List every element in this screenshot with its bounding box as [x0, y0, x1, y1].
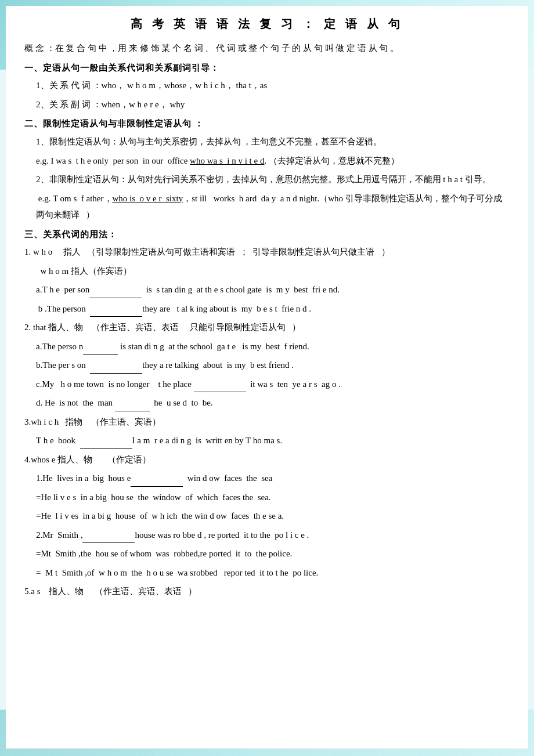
- that-ex-a: a.The perso n is stan di n g at the scho…: [24, 338, 510, 355]
- whose-ex-3: =He l i v es in a bi g house of w h ich …: [24, 508, 510, 525]
- as-heading: 5.a s 指人、物 （作主语、宾语、表语 ）: [24, 583, 510, 600]
- whose-ex-6: = M t Smith ,of w h o m the h o u se wa …: [24, 565, 510, 581]
- that-ex-b: b.The per s on they a re talking about i…: [24, 357, 510, 374]
- that-ex-c: c.My h o me town is no longer t he place…: [24, 376, 510, 393]
- section1-heading: 一、定语从句一般由关系代词和关系副词引导：: [24, 60, 510, 77]
- whose-ex-2: =He li v e s in a big hou se the window …: [24, 489, 510, 506]
- who-heading: 1. w h o 指人 （引导限制性定语从句可做主语和宾语 ； 引导非限制性定语…: [24, 244, 510, 261]
- section2-example2: e.g. T om s f ather，who is o v e r sixty…: [24, 190, 510, 223]
- section1-item2: 2、关 系 副 词 ：when，w h e r e， why: [24, 96, 510, 113]
- which-heading: 3.wh i c h 指物 （作主语、宾语）: [24, 414, 510, 431]
- whose-ex-5: =Mt Smith ,the hou se of whom was robbed…: [24, 545, 510, 562]
- whose-ex-4: 2.Mr Smith ,house was ro bbe d , re port…: [24, 527, 510, 544]
- section2-item1: 1、限制性定语从句：从句与主句关系密切，去掉从句 ，主句意义不完整，甚至不合逻辑…: [24, 133, 510, 150]
- section2-item2: 2、非限制性定语从句：从句对先行词关系不密切，去掉从句，意思仍然完整。形式上用逗…: [24, 171, 510, 188]
- whose-heading: 4.whos e 指人、物 （作定语）: [24, 451, 510, 468]
- which-ex-a: T h e book I a m r e a di n g is writt e…: [24, 432, 510, 449]
- page-title: 高 考 英 语 语 法 复 习 ： 定 语 从 句: [24, 16, 510, 32]
- section2-heading: 二、限制性定语从句与非限制性定语从句 ：: [24, 116, 510, 132]
- whose-ex-1: 1.He lives in a big hous e win d ow face…: [24, 470, 510, 487]
- concept-text: 概 念 ：在 复 合 句 中 ，用 来 修 饰 某 个 名 词 、 代 词 或 …: [24, 40, 510, 57]
- section1-item1: 1、关 系 代 词 ：who， w h o m，whose，w h i c h，…: [24, 77, 510, 94]
- who-ex-a: a.T h e per son is s tan din g at th e s…: [24, 281, 510, 298]
- section2-example1: e.g. I wa s t h e only per son in our of…: [24, 153, 510, 169]
- who-ex-b: b .The person they are t al k ing about …: [24, 301, 510, 317]
- section3-heading: 三、关系代词的用法：: [24, 227, 510, 243]
- main-content: 高 考 英 语 语 法 复 习 ： 定 语 从 句 概 念 ：在 复 合 句 中…: [6, 6, 528, 748]
- that-heading: 2. that 指人、物 （作主语、宾语、表语 只能引导限制性定语从句 ）: [24, 319, 510, 336]
- that-ex-d: d. He is not the man he u se d to be.: [24, 395, 510, 411]
- whom-note: w h o m 指人（作宾语）: [24, 263, 510, 280]
